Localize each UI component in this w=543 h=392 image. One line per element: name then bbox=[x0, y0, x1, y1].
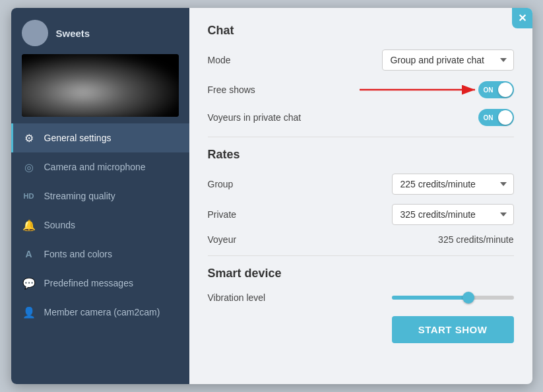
section-divider-2 bbox=[208, 255, 514, 256]
close-button[interactable]: ✕ bbox=[512, 8, 532, 28]
user-icon: 👤 bbox=[22, 305, 36, 319]
sidebar-profile: Sweets bbox=[11, 8, 189, 54]
voyeur-label: Voyeur bbox=[208, 234, 237, 245]
private-rate-select[interactable]: 325 credits/minute 300 credits/minute 40… bbox=[392, 204, 514, 225]
voyeurs-toggle-label: ON bbox=[484, 114, 494, 121]
smart-device-title: Smart device bbox=[208, 267, 514, 280]
free-shows-toggle[interactable]: ON bbox=[478, 81, 514, 98]
vibration-row: Vibration level bbox=[208, 292, 514, 303]
red-arrow-annotation bbox=[353, 80, 485, 100]
sidebar-item-sounds[interactable]: 🔔 Sounds bbox=[11, 211, 189, 240]
sidebar-item-member-camera[interactable]: 👤 Member camera (cam2cam) bbox=[11, 298, 189, 327]
sidebar-item-fonts-colors[interactable]: A Fonts and colors bbox=[11, 240, 189, 269]
avatar bbox=[22, 20, 48, 46]
font-icon: A bbox=[22, 247, 36, 261]
free-shows-toggle-label: ON bbox=[484, 86, 494, 94]
gear-icon: ⚙ bbox=[22, 131, 36, 145]
sidebar-item-streaming-quality[interactable]: HD Streaming quality bbox=[11, 181, 189, 211]
sidebar-nav: ⚙ General settings ◎ Camera and micropho… bbox=[11, 123, 189, 384]
sidebar-item-predefined-messages[interactable]: 💬 Predefined messages bbox=[11, 269, 189, 298]
free-shows-toggle-knob bbox=[498, 82, 513, 97]
private-label: Private bbox=[208, 209, 237, 220]
vibration-slider-knob[interactable] bbox=[463, 292, 474, 304]
sidebar-item-label: Member camera (cam2cam) bbox=[44, 307, 160, 317]
hd-icon: HD bbox=[22, 189, 36, 203]
sidebar-username: Sweets bbox=[56, 28, 90, 39]
main-content: Chat Mode Group and private chat Private… bbox=[189, 8, 532, 384]
vibration-label: Vibration level bbox=[208, 292, 266, 303]
voyeur-rate-row: Voyeur 325 credits/minute bbox=[208, 234, 514, 245]
settings-modal: ✕ Sweets ⚙ General settings ◎ Camera and… bbox=[11, 8, 532, 384]
sidebar: Sweets ⚙ General settings ◎ Camera and m… bbox=[11, 8, 189, 384]
sidebar-item-general-settings[interactable]: ⚙ General settings bbox=[11, 123, 189, 152]
start-show-button[interactable]: START SHOW bbox=[392, 316, 514, 343]
voyeurs-toggle-knob bbox=[498, 110, 513, 125]
voyeurs-label: Voyeurs in private chat bbox=[208, 112, 302, 123]
group-rate-select[interactable]: 225 credits/minute 200 credits/minute 30… bbox=[392, 174, 514, 195]
camera-preview bbox=[22, 54, 179, 117]
vibration-slider-fill bbox=[392, 296, 471, 300]
sidebar-item-label: Streaming quality bbox=[44, 191, 115, 201]
rates-section: Rates Group 225 credits/minute 200 credi… bbox=[208, 148, 514, 245]
mode-row: Mode Group and private chat Private chat… bbox=[208, 49, 514, 71]
chat-icon: 💬 bbox=[22, 276, 36, 290]
sidebar-item-label: Predefined messages bbox=[44, 278, 133, 288]
sidebar-item-label: Camera and microphone bbox=[44, 162, 146, 172]
free-shows-row: Free shows ON bbox=[208, 81, 514, 98]
group-label: Group bbox=[208, 179, 234, 189]
mode-label: Mode bbox=[208, 55, 231, 65]
mode-select[interactable]: Group and private chat Private chat only… bbox=[382, 49, 514, 71]
smart-device-section: Smart device Vibration level bbox=[208, 267, 514, 303]
section-divider bbox=[208, 137, 514, 137]
sidebar-item-label: General settings bbox=[44, 133, 112, 143]
free-shows-label: Free shows bbox=[208, 84, 255, 95]
voyeur-value: 325 credits/minute bbox=[438, 234, 513, 245]
chat-section: Chat Mode Group and private chat Private… bbox=[208, 24, 514, 126]
chat-section-title: Chat bbox=[208, 24, 514, 38]
vibration-slider-track[interactable] bbox=[392, 296, 514, 300]
rates-section-title: Rates bbox=[208, 148, 514, 162]
sidebar-item-label: Fonts and colors bbox=[44, 249, 113, 259]
sidebar-item-label: Sounds bbox=[44, 220, 75, 230]
sidebar-item-camera-microphone[interactable]: ◎ Camera and microphone bbox=[11, 152, 189, 181]
voyeurs-row: Voyeurs in private chat ON bbox=[208, 109, 514, 126]
group-rate-row: Group 225 credits/minute 200 credits/min… bbox=[208, 174, 514, 195]
voyeurs-toggle[interactable]: ON bbox=[478, 109, 514, 126]
free-shows-toggle-container: ON bbox=[478, 81, 514, 98]
camera-icon: ◎ bbox=[22, 160, 36, 174]
bell-icon: 🔔 bbox=[22, 218, 36, 232]
private-rate-row: Private 325 credits/minute 300 credits/m… bbox=[208, 204, 514, 225]
